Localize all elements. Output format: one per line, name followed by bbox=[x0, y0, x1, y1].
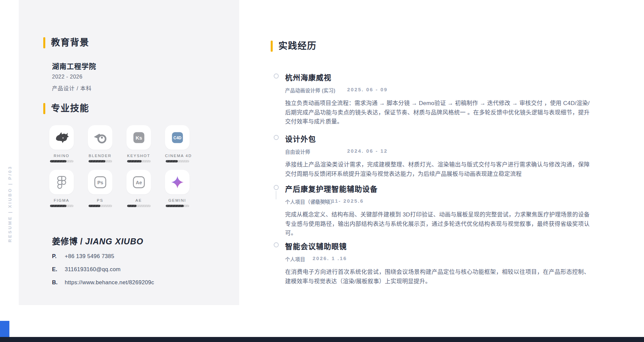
blender-icon bbox=[93, 130, 108, 145]
rhino-icon bbox=[54, 130, 69, 145]
skills-heading-text: 专业技能 bbox=[51, 102, 89, 114]
skill-progress-fill bbox=[127, 205, 137, 207]
skill-tile bbox=[88, 125, 112, 150]
timeline-dot-icon bbox=[274, 242, 279, 247]
school-name: 湖南工程学院 bbox=[52, 61, 96, 71]
behance-label: B. bbox=[52, 279, 65, 286]
skill-progress-track bbox=[89, 205, 112, 207]
skill-aftereffects: Ae AE bbox=[126, 170, 151, 207]
skill-label: PS bbox=[88, 198, 112, 202]
skill-tile bbox=[49, 170, 74, 194]
skills-section-heading: 专业技能 bbox=[43, 102, 89, 114]
skill-tile: Ps bbox=[88, 170, 112, 194]
photoshop-icon: Ps bbox=[93, 175, 108, 190]
skill-progress-fill bbox=[89, 205, 100, 207]
contact-phone-row: P. +86 139 5496 7385 bbox=[52, 253, 154, 259]
phone-label: P. bbox=[52, 253, 65, 259]
skill-rhino: RHINO bbox=[49, 125, 74, 162]
profile-name: 姜修博 / JIANG XIUBO bbox=[52, 235, 143, 247]
svg-text:Ps: Ps bbox=[97, 180, 103, 185]
figma-icon bbox=[54, 175, 69, 190]
vertical-edge-label: RESUME | XIUBO | P/03 bbox=[3, 154, 16, 253]
skill-progress-track bbox=[127, 205, 151, 207]
skill-progress-track bbox=[166, 160, 189, 162]
timeline-connector bbox=[276, 191, 276, 199]
experience-description: 完成从概念定义、结构布局、关键部件建模到 3D打印验证、动画与展板呈现的完整尝试… bbox=[285, 210, 590, 238]
contact-list: P. +86 139 5496 7385 E. 3116193160@qq.co… bbox=[52, 253, 154, 292]
profile-name-en: JIANG XIUBO bbox=[85, 237, 144, 246]
skill-cinema4d: C4D CINEMA 4D bbox=[165, 125, 190, 162]
experience-title: 产后康复护理智能辅助设备 bbox=[285, 183, 590, 194]
experience-date: 2026. 1 .16 bbox=[313, 255, 347, 261]
svg-text:Ks: Ks bbox=[136, 135, 142, 141]
education-section-heading: 教育背景 bbox=[43, 37, 89, 49]
bottom-bar bbox=[0, 337, 644, 342]
skill-label: GEMINI bbox=[165, 198, 190, 202]
experience-section-heading: 实践经历 bbox=[271, 40, 317, 52]
skill-label: AE bbox=[126, 198, 151, 202]
skill-photoshop: Ps PS bbox=[88, 170, 112, 207]
profile-name-cn: 姜修博 / bbox=[52, 237, 83, 246]
skill-progress-track bbox=[89, 160, 112, 162]
experience-heading-text: 实践经历 bbox=[278, 40, 317, 52]
svg-text:Ae: Ae bbox=[136, 180, 142, 185]
skill-progress-fill bbox=[50, 160, 66, 162]
skill-figma: FIGMA bbox=[49, 170, 74, 207]
timeline-dot-icon bbox=[274, 135, 279, 140]
timeline-dot-icon bbox=[274, 74, 279, 79]
skill-label: RHINO bbox=[49, 154, 74, 158]
experience-title: 设计外包 bbox=[285, 133, 590, 144]
experience-role: 自由设计师 bbox=[285, 148, 310, 155]
experience-role: 个人项目 bbox=[285, 255, 305, 262]
skill-keyshot: Ks KEYSHOT bbox=[126, 125, 151, 162]
yellow-accent-bar bbox=[43, 37, 45, 48]
svg-text:C4D: C4D bbox=[173, 135, 181, 140]
experience-title: 杭州海康威视 bbox=[285, 71, 590, 82]
skill-progress-track bbox=[166, 205, 189, 207]
behance-url[interactable]: https://www.behance.net/8269209c bbox=[65, 279, 154, 286]
experience-meta: 产品动画设计师 (实习) 2025. 06 - 09 bbox=[285, 87, 590, 94]
skill-label: KEYSHOT bbox=[126, 154, 151, 158]
yellow-accent-bar bbox=[271, 41, 273, 52]
skill-progress-track bbox=[50, 160, 73, 162]
experience-title: 智能会议辅助眼镜 bbox=[285, 240, 590, 251]
skill-label: BLENDER bbox=[88, 154, 112, 158]
education-period: 2022 - 2026 bbox=[52, 74, 83, 80]
keyshot-icon: Ks bbox=[131, 130, 147, 145]
skill-blender: BLENDER bbox=[88, 125, 112, 162]
phone-value[interactable]: +86 139 5496 7385 bbox=[65, 253, 114, 259]
cinema4d-icon: C4D bbox=[170, 130, 185, 145]
experience-meta: 个人项目（省级奖项） 2024. 11- 2025.6 bbox=[285, 198, 590, 205]
skill-progress-fill bbox=[127, 160, 142, 162]
education-heading-text: 教育背景 bbox=[51, 37, 89, 49]
experience-date: 2025. 06 - 09 bbox=[347, 87, 388, 92]
gemini-icon bbox=[170, 175, 185, 190]
experience-item-freelance: 设计外包 自由设计师 2024. 06 - 12 承接线上产品渲染类设计需求，完… bbox=[285, 133, 590, 179]
experience-description: 在消费电子方向进行首次系统化尝试，围绕会议场景构建产品定位与核心功能框架，相较以… bbox=[285, 267, 590, 286]
page-edge-accent bbox=[0, 321, 9, 337]
yellow-accent-bar bbox=[43, 103, 45, 114]
timeline-dot-icon bbox=[274, 185, 279, 190]
skill-tile: C4D bbox=[165, 125, 190, 150]
experience-description: 承接线上产品渲染类设计需求，完成建模整理、材质灯光、渲染输出与版式交付与客户进行… bbox=[285, 160, 590, 179]
skill-progress-fill bbox=[166, 160, 178, 162]
experience-role: 产品动画设计师 (实习) bbox=[285, 87, 335, 94]
experience-item-postpartum-device: 产后康复护理智能辅助设备 个人项目（省级奖项） 2024. 11- 2025.6… bbox=[285, 183, 590, 238]
experience-date: 2024. 06 - 12 bbox=[347, 148, 388, 154]
contact-email-row: E. 3116193160@qq.com bbox=[52, 266, 154, 273]
email-value[interactable]: 3116193160@qq.com bbox=[65, 266, 121, 273]
skill-tile bbox=[165, 170, 190, 194]
skill-tile bbox=[49, 125, 74, 150]
skill-progress-track bbox=[127, 160, 151, 162]
contact-behance-row: B. https://www.behance.net/8269209c bbox=[52, 279, 154, 286]
skill-progress-fill bbox=[89, 160, 105, 162]
experience-date: 2024. 11- 2025.6 bbox=[313, 198, 364, 204]
experience-meta: 个人项目 2026. 1 .16 bbox=[285, 255, 590, 262]
skill-progress-track bbox=[50, 205, 73, 207]
skill-progress-fill bbox=[50, 205, 66, 207]
experience-meta: 自由设计师 2024. 06 - 12 bbox=[285, 148, 590, 155]
skill-label: FIGMA bbox=[49, 198, 74, 202]
experience-item-smart-glasses: 智能会议辅助眼镜 个人项目 2026. 1 .16 在消费电子方向进行首次系统化… bbox=[285, 240, 590, 286]
skills-grid: RHINO BLENDER Ks KEYSHOT C4D bbox=[49, 125, 190, 207]
skill-gemini: GEMINI bbox=[165, 170, 190, 207]
